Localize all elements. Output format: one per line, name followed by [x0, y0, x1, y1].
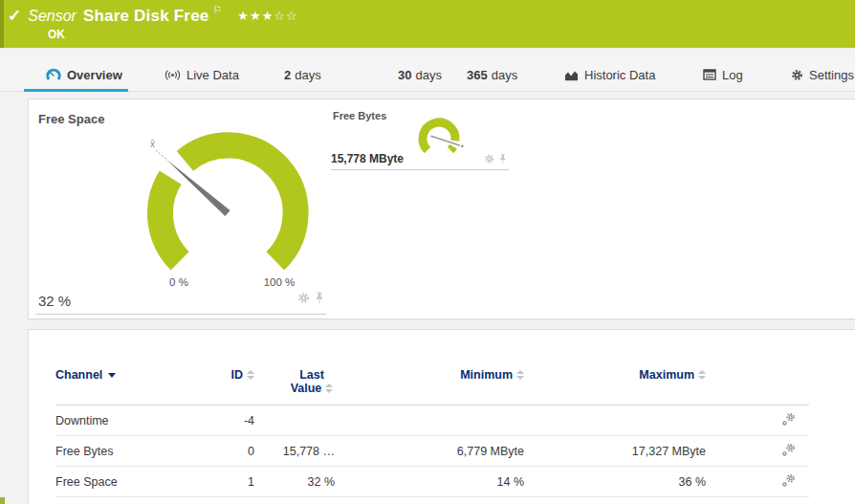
header-minimum[interactable]: Minimum: [335, 368, 524, 405]
header-channel[interactable]: Channel: [55, 368, 199, 405]
chart-icon: [564, 69, 579, 81]
channel-settings-icon[interactable]: [781, 416, 796, 429]
tab-settings[interactable]: Settings: [791, 57, 854, 92]
log-icon: [703, 69, 716, 80]
table-header-row: Channel ID Last Value Minimum Maximum: [55, 368, 809, 405]
sort-icon: [247, 370, 254, 382]
free-bytes-value: 15,778 MByte: [331, 152, 404, 165]
widget-pin-icon[interactable]: [315, 291, 324, 308]
sort-icon: [698, 370, 706, 382]
ok-check-icon: ✓: [8, 6, 21, 26]
tab-live-data[interactable]: Live Data: [164, 57, 239, 92]
broadcast-icon: [164, 69, 181, 81]
header-last-value[interactable]: Last Value: [254, 368, 335, 405]
free-bytes-gauge: [405, 111, 473, 166]
status-stripe: [0, 0, 4, 48]
object-kind-label: Sensor: [28, 8, 77, 25]
free-space-gauge-widget[interactable]: Free Space x̄ 0 % 100 % 32 %: [36, 107, 326, 315]
table-row-free-bytes[interactable]: Free Bytes 0 15,778 … 6,779 MByte 17,327…: [55, 436, 809, 467]
widget-gear-icon[interactable]: [297, 291, 310, 308]
channel-table-panel: Channel ID Last Value Minimum Maximum Do…: [28, 329, 855, 504]
status-badge: OK: [48, 28, 65, 41]
tab-historic-data[interactable]: Historic Data: [564, 57, 655, 92]
tab-bar: Overview Live Data 2 days 30 days 365 da…: [0, 57, 855, 92]
free-space-gauge: x̄ 0 % 100 %: [132, 113, 323, 304]
header-maximum[interactable]: Maximum: [524, 368, 706, 405]
widget-gear-icon[interactable]: [484, 153, 494, 167]
header-id[interactable]: ID: [199, 368, 254, 405]
channel-settings-icon[interactable]: [781, 447, 796, 460]
free-bytes-gauge-widget[interactable]: Free Bytes 15,778 MByte: [331, 107, 509, 170]
gear-icon: [791, 69, 803, 81]
channel-table: Channel ID Last Value Minimum Maximum Do…: [55, 368, 809, 497]
overview-panel: Free Space x̄ 0 % 100 % 32 % Free Bytes: [28, 99, 855, 319]
table-row-downtime[interactable]: Downtime -4: [55, 405, 809, 436]
sort-desc-icon: [108, 373, 116, 378]
average-marker: x̄: [150, 139, 155, 149]
table-row-free-space[interactable]: Free Space 1 32 % 14 % 36 %: [55, 467, 809, 497]
tab-2-days[interactable]: 2 days: [284, 57, 321, 92]
sort-icon: [325, 383, 333, 395]
widget-pin-icon[interactable]: [499, 153, 508, 167]
gauge-icon: [46, 68, 61, 81]
tab-365-days[interactable]: 365 days: [467, 57, 517, 92]
tab-30-days[interactable]: 30 days: [398, 57, 442, 92]
sensor-title: Share Disk Free: [83, 7, 209, 26]
tab-log[interactable]: Log: [703, 57, 743, 92]
priority-stars[interactable]: ★★★☆☆: [237, 9, 297, 23]
sensor-header: ✓ Sensor Share Disk Free ⚐ ★★★☆☆ OK: [0, 0, 855, 48]
free-space-value: 32 %: [38, 293, 71, 309]
gauge-min-label: 0 %: [169, 276, 188, 288]
channel-settings-icon[interactable]: [781, 477, 796, 491]
gauge-max-label: 100 %: [264, 276, 296, 288]
favorite-flag-icon[interactable]: ⚐: [212, 4, 222, 16]
sort-icon: [516, 370, 524, 382]
tab-overview[interactable]: Overview: [46, 57, 122, 92]
cutoff-status-sliver: [0, 497, 5, 504]
header-actions: [706, 368, 809, 405]
